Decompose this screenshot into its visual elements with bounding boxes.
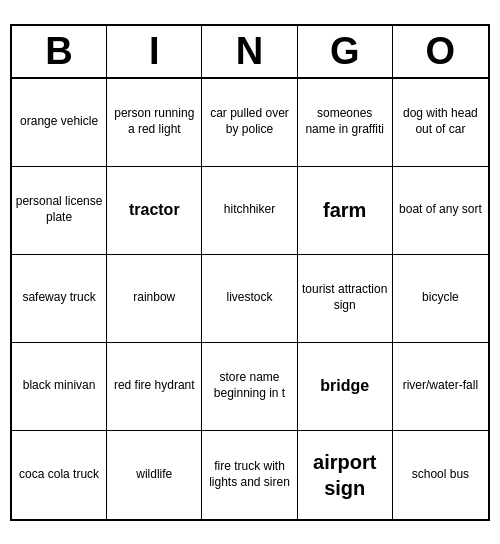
- bingo-cell-2: car pulled over by police: [202, 79, 297, 167]
- header-letter-i: I: [107, 26, 202, 77]
- bingo-cell-17: store name beginning in t: [202, 343, 297, 431]
- bingo-cell-16: red fire hydrant: [107, 343, 202, 431]
- bingo-cell-3: someones name in graffiti: [298, 79, 393, 167]
- bingo-cell-13: tourist attraction sign: [298, 255, 393, 343]
- bingo-cell-9: boat of any sort: [393, 167, 488, 255]
- header-letter-b: B: [12, 26, 107, 77]
- bingo-cell-15: black minivan: [12, 343, 107, 431]
- bingo-cell-24: school bus: [393, 431, 488, 519]
- bingo-grid: orange vehicleperson running a red light…: [12, 79, 488, 519]
- bingo-cell-6: tractor: [107, 167, 202, 255]
- bingo-cell-4: dog with head out of car: [393, 79, 488, 167]
- bingo-cell-22: fire truck with lights and siren: [202, 431, 297, 519]
- bingo-cell-23: airport sign: [298, 431, 393, 519]
- header-letter-o: O: [393, 26, 488, 77]
- bingo-cell-1: person running a red light: [107, 79, 202, 167]
- bingo-cell-21: wildlife: [107, 431, 202, 519]
- header-letter-g: G: [298, 26, 393, 77]
- bingo-cell-5: personal license plate: [12, 167, 107, 255]
- header-letter-n: N: [202, 26, 297, 77]
- bingo-cell-19: river/water-fall: [393, 343, 488, 431]
- bingo-cell-10: safeway truck: [12, 255, 107, 343]
- bingo-cell-12: livestock: [202, 255, 297, 343]
- bingo-cell-0: orange vehicle: [12, 79, 107, 167]
- bingo-cell-11: rainbow: [107, 255, 202, 343]
- bingo-header: BINGO: [12, 26, 488, 79]
- bingo-cell-20: coca cola truck: [12, 431, 107, 519]
- bingo-cell-8: farm: [298, 167, 393, 255]
- bingo-card: BINGO orange vehicleperson running a red…: [10, 24, 490, 521]
- bingo-cell-14: bicycle: [393, 255, 488, 343]
- bingo-cell-7: hitchhiker: [202, 167, 297, 255]
- bingo-cell-18: bridge: [298, 343, 393, 431]
